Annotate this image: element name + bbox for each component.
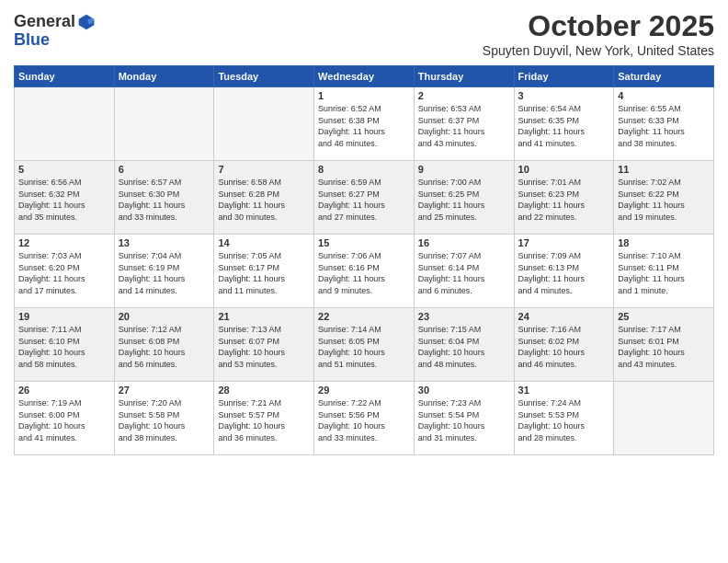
calendar-week-row: 26Sunrise: 7:19 AM Sunset: 6:00 PM Dayli… bbox=[15, 382, 714, 455]
table-row: 4Sunrise: 6:55 AM Sunset: 6:33 PM Daylig… bbox=[614, 87, 714, 161]
table-row: 22Sunrise: 7:14 AM Sunset: 6:05 PM Dayli… bbox=[314, 308, 415, 382]
day-info: Sunrise: 7:17 AM Sunset: 6:01 PM Dayligh… bbox=[618, 324, 710, 370]
table-row: 21Sunrise: 7:13 AM Sunset: 6:07 PM Dayli… bbox=[214, 308, 314, 382]
day-info: Sunrise: 7:14 AM Sunset: 6:05 PM Dayligh… bbox=[318, 324, 410, 370]
day-number: 13 bbox=[119, 237, 210, 248]
calendar-week-row: 1Sunrise: 6:52 AM Sunset: 6:38 PM Daylig… bbox=[15, 87, 714, 161]
table-row: 25Sunrise: 7:17 AM Sunset: 6:01 PM Dayli… bbox=[614, 308, 714, 382]
day-number: 11 bbox=[618, 164, 710, 175]
day-info: Sunrise: 6:59 AM Sunset: 6:27 PM Dayligh… bbox=[318, 177, 410, 223]
day-info: Sunrise: 7:05 AM Sunset: 6:17 PM Dayligh… bbox=[218, 250, 310, 296]
day-info: Sunrise: 7:07 AM Sunset: 6:14 PM Dayligh… bbox=[418, 250, 510, 296]
table-row: 8Sunrise: 6:59 AM Sunset: 6:27 PM Daylig… bbox=[314, 161, 415, 235]
header-thursday: Thursday bbox=[414, 66, 514, 87]
header-monday: Monday bbox=[114, 66, 214, 87]
header-tuesday: Tuesday bbox=[214, 66, 314, 87]
calendar-table: Sunday Monday Tuesday Wednesday Thursday… bbox=[14, 65, 714, 455]
day-info: Sunrise: 6:56 AM Sunset: 6:32 PM Dayligh… bbox=[18, 177, 110, 223]
month-title: October 2025 bbox=[483, 9, 714, 43]
day-info: Sunrise: 6:57 AM Sunset: 6:30 PM Dayligh… bbox=[119, 177, 210, 223]
day-number: 29 bbox=[318, 385, 410, 396]
header-sunday: Sunday bbox=[15, 66, 115, 87]
table-row: 30Sunrise: 7:23 AM Sunset: 5:54 PM Dayli… bbox=[414, 382, 514, 455]
day-number: 15 bbox=[318, 237, 410, 248]
header-friday: Friday bbox=[514, 66, 614, 87]
day-info: Sunrise: 7:02 AM Sunset: 6:22 PM Dayligh… bbox=[618, 177, 710, 223]
logo: General Blue bbox=[14, 13, 96, 50]
day-info: Sunrise: 7:21 AM Sunset: 5:57 PM Dayligh… bbox=[218, 397, 310, 443]
header-saturday: Saturday bbox=[614, 66, 714, 87]
day-number: 10 bbox=[518, 164, 610, 175]
day-number: 24 bbox=[518, 311, 610, 322]
day-number: 5 bbox=[18, 164, 110, 175]
table-row: 16Sunrise: 7:07 AM Sunset: 6:14 PM Dayli… bbox=[414, 235, 514, 308]
table-row: 7Sunrise: 6:58 AM Sunset: 6:28 PM Daylig… bbox=[214, 161, 314, 235]
day-number: 14 bbox=[218, 237, 310, 248]
day-info: Sunrise: 7:06 AM Sunset: 6:16 PM Dayligh… bbox=[318, 250, 410, 296]
table-row: 11Sunrise: 7:02 AM Sunset: 6:22 PM Dayli… bbox=[614, 161, 714, 235]
day-info: Sunrise: 7:12 AM Sunset: 6:08 PM Dayligh… bbox=[119, 324, 210, 370]
day-info: Sunrise: 7:10 AM Sunset: 6:11 PM Dayligh… bbox=[618, 250, 710, 296]
day-number: 23 bbox=[418, 311, 510, 322]
day-number: 7 bbox=[218, 164, 310, 175]
title-block: October 2025 Spuyten Duyvil, New York, U… bbox=[483, 9, 714, 58]
table-row bbox=[214, 87, 314, 161]
table-row: 13Sunrise: 7:04 AM Sunset: 6:19 PM Dayli… bbox=[114, 235, 214, 308]
table-row: 14Sunrise: 7:05 AM Sunset: 6:17 PM Dayli… bbox=[214, 235, 314, 308]
logo-blue: Blue bbox=[14, 30, 50, 49]
day-info: Sunrise: 6:54 AM Sunset: 6:35 PM Dayligh… bbox=[518, 103, 610, 149]
day-info: Sunrise: 6:52 AM Sunset: 6:38 PM Dayligh… bbox=[318, 103, 410, 149]
day-info: Sunrise: 7:20 AM Sunset: 5:58 PM Dayligh… bbox=[119, 397, 210, 443]
day-number: 28 bbox=[218, 385, 310, 396]
day-info: Sunrise: 7:11 AM Sunset: 6:10 PM Dayligh… bbox=[18, 324, 110, 370]
day-number: 6 bbox=[119, 164, 210, 175]
table-row: 18Sunrise: 7:10 AM Sunset: 6:11 PM Dayli… bbox=[614, 235, 714, 308]
day-number: 16 bbox=[418, 237, 510, 248]
day-number: 25 bbox=[618, 311, 710, 322]
day-number: 20 bbox=[119, 311, 210, 322]
day-info: Sunrise: 7:04 AM Sunset: 6:19 PM Dayligh… bbox=[119, 250, 210, 296]
table-row: 9Sunrise: 7:00 AM Sunset: 6:25 PM Daylig… bbox=[414, 161, 514, 235]
table-row: 29Sunrise: 7:22 AM Sunset: 5:56 PM Dayli… bbox=[314, 382, 415, 455]
calendar-week-row: 5Sunrise: 6:56 AM Sunset: 6:32 PM Daylig… bbox=[15, 161, 714, 235]
table-row: 26Sunrise: 7:19 AM Sunset: 6:00 PM Dayli… bbox=[15, 382, 115, 455]
table-row bbox=[15, 87, 115, 161]
day-number: 9 bbox=[418, 164, 510, 175]
table-row: 12Sunrise: 7:03 AM Sunset: 6:20 PM Dayli… bbox=[15, 235, 115, 308]
day-number: 18 bbox=[618, 237, 710, 248]
day-info: Sunrise: 7:13 AM Sunset: 6:07 PM Dayligh… bbox=[218, 324, 310, 370]
table-row: 3Sunrise: 6:54 AM Sunset: 6:35 PM Daylig… bbox=[514, 87, 614, 161]
header: General Blue October 2025 Spuyten Duyvil… bbox=[14, 9, 714, 58]
logo-general: General bbox=[14, 13, 75, 31]
day-info: Sunrise: 7:16 AM Sunset: 6:02 PM Dayligh… bbox=[518, 324, 610, 370]
day-number: 21 bbox=[218, 311, 310, 322]
table-row: 5Sunrise: 6:56 AM Sunset: 6:32 PM Daylig… bbox=[15, 161, 115, 235]
table-row: 24Sunrise: 7:16 AM Sunset: 6:02 PM Dayli… bbox=[514, 308, 614, 382]
page-container: General Blue October 2025 Spuyten Duyvil… bbox=[0, 0, 728, 563]
day-number: 1 bbox=[318, 90, 410, 101]
table-row: 31Sunrise: 7:24 AM Sunset: 5:53 PM Dayli… bbox=[514, 382, 614, 455]
table-row: 27Sunrise: 7:20 AM Sunset: 5:58 PM Dayli… bbox=[114, 382, 214, 455]
table-row: 20Sunrise: 7:12 AM Sunset: 6:08 PM Dayli… bbox=[114, 308, 214, 382]
header-wednesday: Wednesday bbox=[314, 66, 415, 87]
table-row: 1Sunrise: 6:52 AM Sunset: 6:38 PM Daylig… bbox=[314, 87, 415, 161]
table-row: 28Sunrise: 7:21 AM Sunset: 5:57 PM Dayli… bbox=[214, 382, 314, 455]
day-number: 2 bbox=[418, 90, 510, 101]
table-row: 15Sunrise: 7:06 AM Sunset: 6:16 PM Dayli… bbox=[314, 235, 415, 308]
day-number: 31 bbox=[518, 385, 610, 396]
day-number: 8 bbox=[318, 164, 410, 175]
calendar-week-row: 12Sunrise: 7:03 AM Sunset: 6:20 PM Dayli… bbox=[15, 235, 714, 308]
table-row: 17Sunrise: 7:09 AM Sunset: 6:13 PM Dayli… bbox=[514, 235, 614, 308]
table-row: 19Sunrise: 7:11 AM Sunset: 6:10 PM Dayli… bbox=[15, 308, 115, 382]
day-number: 22 bbox=[318, 311, 410, 322]
calendar-header-row: Sunday Monday Tuesday Wednesday Thursday… bbox=[15, 66, 714, 87]
table-row: 23Sunrise: 7:15 AM Sunset: 6:04 PM Dayli… bbox=[414, 308, 514, 382]
calendar-week-row: 19Sunrise: 7:11 AM Sunset: 6:10 PM Dayli… bbox=[15, 308, 714, 382]
logo-icon bbox=[77, 13, 96, 31]
day-info: Sunrise: 7:00 AM Sunset: 6:25 PM Dayligh… bbox=[418, 177, 510, 223]
day-number: 3 bbox=[518, 90, 610, 101]
day-number: 17 bbox=[518, 237, 610, 248]
day-number: 12 bbox=[18, 237, 110, 248]
day-number: 19 bbox=[18, 311, 110, 322]
day-info: Sunrise: 6:53 AM Sunset: 6:37 PM Dayligh… bbox=[418, 103, 510, 149]
